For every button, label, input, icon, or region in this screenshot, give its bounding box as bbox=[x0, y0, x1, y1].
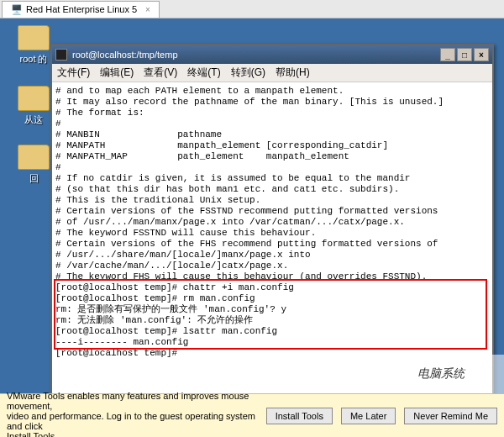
terminal-window: root@localhost:/tmp/temp _ □ × 文件(F) 编辑(… bbox=[50, 44, 494, 395]
vm-tab[interactable]: 🖥️ Red Hat Enterprise Linux 5 × bbox=[2, 1, 160, 18]
desktop-icon-root[interactable]: root 的 bbox=[15, 25, 52, 66]
never-remind-button[interactable]: Never Remind Me bbox=[404, 408, 497, 424]
menu-view[interactable]: 查看(V) bbox=[144, 66, 177, 80]
titlebar[interactable]: root@localhost:/tmp/temp _ □ × bbox=[52, 45, 492, 64]
menu-help[interactable]: 帮助(H) bbox=[276, 66, 310, 80]
vm-tab-icon: 🖥️ bbox=[11, 4, 23, 15]
folder-icon bbox=[18, 145, 50, 170]
desktop-icon-3[interactable]: 回 bbox=[15, 145, 52, 185]
terminal-text: # and to map each PATH element to a manp… bbox=[55, 86, 444, 358]
maximize-button[interactable]: □ bbox=[457, 48, 472, 61]
menubar: 文件(F) 编辑(E) 查看(V) 终端(T) 转到(G) 帮助(H) bbox=[52, 64, 492, 82]
close-button[interactable]: × bbox=[474, 48, 489, 61]
install-tools-button[interactable]: Install Tools bbox=[266, 408, 333, 424]
minimize-button[interactable]: _ bbox=[440, 48, 455, 61]
vmware-tools-footer: VMware Tools enables many features and i… bbox=[0, 393, 504, 437]
close-icon[interactable]: × bbox=[145, 5, 150, 14]
folder-icon bbox=[18, 25, 50, 50]
folder-icon bbox=[18, 86, 50, 111]
desktop-icon-label: root 的 bbox=[15, 53, 52, 66]
vm-tab-bar: 🖥️ Red Hat Enterprise Linux 5 × bbox=[0, 0, 504, 18]
menu-go[interactable]: 转到(G) bbox=[231, 66, 265, 80]
menu-file[interactable]: 文件(F) bbox=[57, 66, 90, 80]
desktop-icon-label: 从这 bbox=[15, 113, 52, 126]
linux-desktop: root 的 从这 回 root@localhost:/tmp/temp _ □… bbox=[0, 18, 504, 393]
menu-terminal[interactable]: 终端(T) bbox=[187, 66, 220, 80]
vm-tab-label: Red Hat Enterprise Linux 5 bbox=[26, 4, 137, 14]
remind-later-button[interactable]: Me Later bbox=[341, 408, 396, 424]
footer-message: VMware Tools enables many features and i… bbox=[7, 391, 258, 438]
window-title: root@localhost:/tmp/temp bbox=[72, 50, 438, 60]
terminal-icon bbox=[55, 49, 67, 61]
desktop-icon-label: 回 bbox=[15, 172, 52, 185]
terminal-body[interactable]: # and to map each PATH element to a manp… bbox=[52, 82, 492, 393]
desktop-icon-2[interactable]: 从这 bbox=[15, 86, 52, 126]
menu-edit[interactable]: 编辑(E) bbox=[100, 66, 134, 80]
